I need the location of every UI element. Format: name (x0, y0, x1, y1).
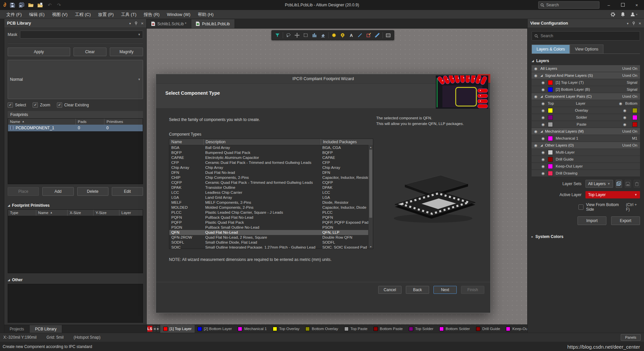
visibility-eye-icon[interactable]: ◉ (542, 165, 545, 168)
component-type-row-plcc[interactable]: PLCCPlastic Leaded Chip Carrier, Square … (169, 210, 369, 215)
layer-tab-bottom-paste[interactable]: Bottom Paste (371, 325, 406, 333)
table-scrollbar[interactable]: ▲ ▼ (368, 145, 373, 249)
via-icon[interactable] (338, 31, 347, 39)
component-type-row-dpak[interactable]: DPAKTransistor OutlineDPAK (169, 185, 369, 190)
layer-row-drill-drawing[interactable]: ◉Drill Drawing (532, 170, 640, 176)
menu-item-c[interactable]: 工程 (C) (71, 10, 94, 19)
visibility-eye-icon[interactable]: ◉ (534, 95, 538, 98)
column-header-ysize[interactable]: Y-Size (93, 210, 119, 216)
back-button[interactable]: Back (406, 286, 429, 294)
layer-color-swatch[interactable] (548, 171, 553, 176)
apply-button[interactable]: Apply (8, 48, 70, 56)
layers-section-header[interactable]: ◢ Layers (532, 57, 640, 65)
import-button[interactable]: Import (577, 216, 606, 225)
checkbox-zoom[interactable]: ✓Zoom (33, 102, 50, 108)
visibility-eye-icon[interactable]: ◉ (542, 88, 545, 91)
column-header-included-packages[interactable]: Included Packages (321, 139, 373, 145)
menu-item-h[interactable]: 帮助 (H) (194, 10, 217, 19)
visibility-eye-icon[interactable]: ◉ (623, 116, 626, 119)
column-header-name[interactable]: Name▲ (36, 210, 68, 216)
layer-tab-top-paste[interactable]: Top Paste (341, 325, 371, 333)
scroll-right-icon[interactable]: ▶ (157, 325, 160, 332)
component-type-row-cqfp[interactable]: CQFPCeramic Quad Flat Pack - Trimmed and… (169, 180, 369, 185)
panel-menu-icon[interactable]: ▾ (627, 22, 629, 25)
visibility-eye-icon[interactable]: ◉ (534, 130, 538, 133)
layer-row-layer[interactable]: ◉TopLayer◉Bottom (532, 100, 640, 107)
component-type-row-lcc[interactable]: LCCLeadless Chip CarrierLCC (169, 190, 369, 195)
component-type-row-lga[interactable]: LGALand Grid ArrayLGA (169, 195, 369, 200)
string-icon[interactable]: A (347, 31, 356, 39)
layer-row-drill-guide[interactable]: ◉Drill Guide (532, 156, 640, 163)
magnify-button[interactable]: Magnify (110, 48, 143, 56)
component-type-row-soic[interactable]: SOICSmall Outline Integrated Package, 1.… (169, 245, 369, 249)
component-type-row-capae[interactable]: CAPAEElectrolytic Aluminum CapacitorCAPA… (169, 155, 369, 160)
layer-row-multi-layer[interactable]: ◉Multi-Layer (532, 149, 640, 156)
line-icon[interactable] (356, 31, 364, 39)
menu-item-e[interactable]: 编辑 (E) (25, 10, 48, 19)
layer-color-swatch[interactable] (548, 115, 553, 120)
visibility-eye-icon[interactable]: ◉ (542, 102, 545, 105)
menu-item-f[interactable]: 文件 (F) (3, 10, 25, 19)
menu-item-r[interactable]: 报告 (R) (140, 10, 163, 19)
redo-icon[interactable]: ↷ (56, 2, 62, 8)
system-colors-section-header[interactable]: ▸ System Colors (532, 232, 640, 241)
place-button[interactable]: Place (8, 187, 39, 196)
layer-color-swatch[interactable] (632, 108, 637, 113)
layer-set-button[interactable]: LS (147, 326, 152, 332)
visibility-eye-icon[interactable]: ◉ (534, 144, 538, 147)
layer-color-swatch[interactable] (548, 80, 553, 85)
visibility-eye-icon[interactable]: ◉ (619, 102, 622, 105)
add-button[interactable]: Add (42, 187, 74, 196)
layer-color-swatch[interactable] (548, 136, 553, 141)
column-header-pads[interactable]: Pads (76, 119, 104, 125)
close-panel-icon[interactable]: ✕ (141, 22, 144, 25)
visibility-eye-icon[interactable]: ◉ (542, 137, 545, 140)
layer-row-paste[interactable]: ◉Paste◉ (532, 121, 640, 128)
mask-combo[interactable]: ▼ (20, 31, 143, 39)
layer-tab-mechanical-1[interactable]: Mechanical 1 (235, 325, 270, 333)
menu-item-p[interactable]: 放置 (P) (94, 10, 117, 19)
save-layer-set-icon[interactable] (625, 180, 631, 188)
view-from-bottom-checkbox[interactable] (578, 204, 583, 210)
layer-color-swatch[interactable] (548, 164, 553, 169)
fill-icon[interactable] (364, 31, 373, 39)
scroll-down-icon[interactable]: ▼ (370, 245, 372, 249)
layers-search-input[interactable]: Search (532, 31, 640, 41)
delete-button[interactable]: Delete (77, 187, 108, 196)
eraser-icon[interactable] (319, 31, 327, 39)
move-icon[interactable] (293, 31, 301, 39)
close-panel-icon[interactable]: ✕ (639, 22, 641, 25)
visibility-eye-icon[interactable]: ◉ (542, 151, 545, 154)
layer-color-swatch[interactable] (632, 122, 637, 127)
column-header-xsize[interactable]: X-Size (67, 210, 93, 216)
component-type-row-pqfp[interactable]: PQFPPlastic Quad Flat PackPQFP, PQFP Exp… (169, 220, 369, 225)
layer-tab-bottom-overlay[interactable]: Bottom Overlay (302, 325, 341, 333)
checkbox-clear-existing[interactable]: ✓Clear Existing (57, 102, 89, 108)
column-header-name[interactable]: Name (169, 139, 203, 145)
panel-tab-projects[interactable]: Projects (4, 325, 30, 333)
component-type-row-bqfp[interactable]: BQFPBumpered Quad Flat PackBQFP (169, 150, 369, 155)
open-file-icon[interactable] (37, 2, 43, 8)
measure-icon[interactable] (373, 31, 382, 39)
visibility-eye-icon[interactable]: ◉ (534, 67, 538, 70)
menu-item-t[interactable]: 工具 (T) (117, 10, 140, 19)
layer-row-mechanical-layers-m-[interactable]: ◉◢Mechanical Layers (M)Used On (532, 128, 640, 135)
mode-combo[interactable]: Normal ▼ (8, 60, 143, 99)
layer-color-swatch[interactable] (632, 115, 637, 120)
column-header-type[interactable]: Type (8, 210, 36, 216)
menu-item-windoww[interactable]: Window (W) (163, 10, 194, 19)
layer-row-mechanical-1[interactable]: ◉Mechanical 1M1 (532, 135, 640, 142)
column-header-name[interactable]: Name▲ (8, 119, 76, 125)
layer-row-other-layers-o-[interactable]: ◉◢Other Layers (O)Used On (532, 142, 640, 149)
scroll-left-icon[interactable]: ◀ (153, 325, 156, 332)
layer-row-all-layers[interactable]: ◉All LayersUsed On (532, 65, 640, 72)
pin-icon[interactable] (632, 22, 635, 25)
layer-row--1-top-layer-t-[interactable]: ◉[1] Top Layer (T)Signal (532, 79, 640, 86)
visibility-eye-icon[interactable]: ◉ (542, 158, 545, 161)
layer-tab-top-solder[interactable]: Top Solder (406, 325, 436, 333)
layer-color-swatch[interactable] (548, 150, 553, 155)
visibility-eye-icon[interactable]: ◉ (623, 109, 626, 112)
edit-button[interactable]: Edit (112, 187, 143, 196)
layer-row-solder[interactable]: ◉Solder◉ (532, 114, 640, 121)
scrollbar-thumb[interactable] (369, 150, 372, 218)
